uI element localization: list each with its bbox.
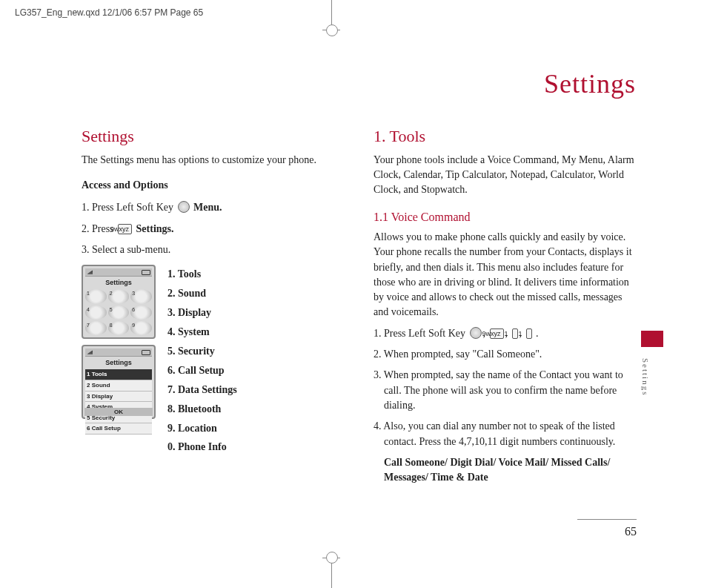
access-step-2: 2. Press 9wxyz Settings. bbox=[82, 222, 344, 237]
grid-icon: 7 bbox=[85, 321, 107, 335]
key-9wxyz-icon: 9wxyz bbox=[118, 224, 132, 234]
submenu-item: 2. Sound bbox=[167, 284, 237, 303]
content-area: Settings The Settings menu has options t… bbox=[82, 125, 636, 491]
submenu-item: 3. Display bbox=[167, 303, 237, 323]
key-1-icon: 1 bbox=[512, 328, 518, 339]
vc-options-list: Call Someone/ Digit Dial/ Voice Mail/ Mi… bbox=[374, 455, 636, 486]
voice-command-description: Allows you to make phone calls quickly a… bbox=[374, 230, 636, 320]
left-column: Settings The Settings menu has options t… bbox=[82, 125, 344, 491]
status-bar-icon bbox=[85, 348, 152, 357]
vc-step-3: 3. When prompted, say the name of the Co… bbox=[374, 368, 636, 413]
page-number: 65 bbox=[625, 525, 637, 538]
submenu-item: 7. Data Settings bbox=[167, 380, 237, 400]
menu-row: Settings 1 2 3 4 5 6 7 8 9 Sett bbox=[82, 265, 344, 457]
settings-intro: The Settings menu has options to customi… bbox=[82, 153, 344, 168]
list-item: 2 Sound bbox=[85, 380, 152, 392]
list-item: 1 Tools bbox=[85, 369, 152, 380]
screen-title: Settings bbox=[85, 278, 152, 288]
list-item: 3 Display bbox=[85, 392, 152, 403]
ok-softkey-label: OK bbox=[84, 408, 153, 417]
grid-icon: 6 bbox=[130, 305, 152, 320]
step-text: 1. Press Left Soft Key bbox=[374, 328, 468, 339]
settings-heading: Settings bbox=[82, 125, 344, 148]
phone-screenshot-list: Settings 1 Tools 2 Sound 3 Display 4 Sys… bbox=[82, 345, 156, 419]
list-item: 6 Call Setup bbox=[85, 423, 152, 435]
side-tab: Settings bbox=[641, 331, 663, 420]
submenu-list: 1. Tools 2. Sound 3. Display 4. System 5… bbox=[167, 265, 237, 457]
access-step-3: 3. Select a sub-menu. bbox=[82, 242, 344, 257]
access-options-heading: Access and Options bbox=[82, 178, 344, 193]
grid-icon: 4 bbox=[85, 305, 107, 320]
grid-icon: 5 bbox=[108, 305, 130, 320]
period: . bbox=[534, 328, 539, 339]
page-number-rule bbox=[577, 519, 637, 520]
access-step-1: 1. Press Left Soft Key Menu. bbox=[82, 200, 344, 215]
side-tab-label: Settings bbox=[641, 351, 650, 403]
grid-icon: 8 bbox=[108, 321, 130, 335]
submenu-item: 1. Tools bbox=[167, 265, 237, 284]
tools-heading: 1. Tools bbox=[374, 125, 636, 148]
vc-step-2: 2. When prompted, say "Call Someone". bbox=[374, 347, 636, 362]
right-column: 1. Tools Your phone tools include a Voic… bbox=[374, 125, 636, 491]
grid-icon: 2 bbox=[108, 289, 130, 303]
soft-key-icon bbox=[178, 201, 190, 213]
submenu-item: 4. System bbox=[167, 323, 237, 342]
soft-key-icon bbox=[470, 327, 482, 339]
grid-icon: 1 bbox=[85, 289, 107, 303]
vc-step-1: 1. Press Left Soft Key , 9wxyz, 1 , 1 . bbox=[374, 326, 636, 341]
crop-mark bbox=[326, 552, 338, 564]
key-9wxyz-icon: 9wxyz bbox=[490, 328, 504, 339]
voice-command-heading: 1.1 Voice Command bbox=[374, 208, 636, 225]
screenshots-column: Settings 1 2 3 4 5 6 7 8 9 Sett bbox=[82, 265, 156, 457]
submenu-item: 9. Location bbox=[167, 419, 237, 438]
tools-intro: Your phone tools include a Voice Command… bbox=[374, 153, 636, 198]
submenu-item: 6. Call Setup bbox=[167, 361, 237, 380]
grid-icon: 9 bbox=[130, 321, 152, 335]
step-text-bold: Settings. bbox=[136, 223, 174, 234]
submenu-item: 5. Security bbox=[167, 342, 237, 361]
vc-step-4: 4. Also, you can dial any number not to … bbox=[374, 419, 636, 449]
status-bar-icon bbox=[85, 268, 152, 277]
grid-icon: 3 bbox=[130, 289, 152, 303]
side-tab-color-block bbox=[641, 331, 663, 347]
print-header-meta: LG357_Eng_new.qxd 12/1/06 6:57 PM Page 6… bbox=[15, 7, 203, 18]
phone-screenshot-grid: Settings 1 2 3 4 5 6 7 8 9 bbox=[82, 265, 156, 339]
screen-title: Settings bbox=[85, 358, 152, 368]
submenu-item: 0. Phone Info bbox=[167, 437, 237, 457]
crop-mark bbox=[326, 24, 338, 36]
step-text-bold: Menu. bbox=[193, 202, 222, 213]
submenu-item: 8. Bluetooth bbox=[167, 400, 237, 419]
key-1-icon: 1 bbox=[526, 328, 532, 339]
step-text: 1. Press Left Soft Key bbox=[82, 202, 176, 213]
page-title: Settings bbox=[544, 68, 636, 99]
